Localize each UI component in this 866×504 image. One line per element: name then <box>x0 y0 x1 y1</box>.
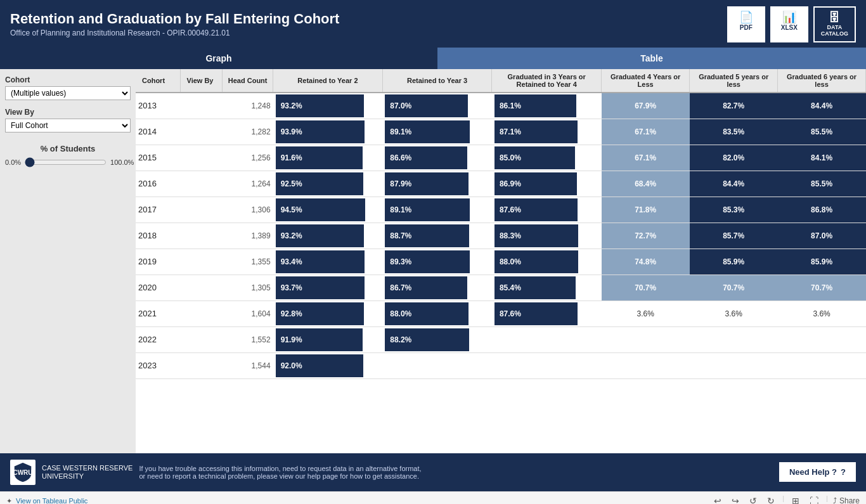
cell-g4 <box>602 326 690 352</box>
table-row: 20201,30593.7%86.7%85.4%70.7%70.7%70.7% <box>136 275 866 300</box>
layout-button[interactable]: ⊞ <box>789 494 802 504</box>
table-row: 20221,55291.9%88.2% <box>136 326 866 352</box>
cell-g6: 84.1% <box>778 145 866 171</box>
cell-g3r4: 85.0% <box>492 145 602 171</box>
cohort-label: Cohort <box>5 75 131 84</box>
tableau-link[interactable]: View on Tableau Public <box>16 497 87 504</box>
cell-viewby <box>180 326 223 352</box>
cell-g4: 3.6% <box>602 300 690 326</box>
cell-g6: 70.7% <box>778 275 866 300</box>
university-name: CASE WESTERN RESERVE UNIVERSITY <box>42 464 132 481</box>
cell-year: 2017 <box>136 197 180 223</box>
xlsx-download-button[interactable]: 📊 XLSX <box>770 6 808 42</box>
col-header-cohort: Cohort <box>136 69 180 93</box>
pct-slider[interactable] <box>25 157 107 167</box>
cell-viewby <box>180 275 223 300</box>
cell-r3: 87.0% <box>382 93 492 119</box>
cell-headcount: 1,282 <box>223 119 273 145</box>
cohort-select[interactable]: (Multiple values) <box>5 86 131 100</box>
cell-year: 2019 <box>136 249 180 275</box>
cell-r2: 94.5% <box>273 197 383 223</box>
cell-headcount: 1,256 <box>223 145 273 171</box>
cell-r2: 93.2% <box>273 223 383 249</box>
cell-g6: 84.4% <box>778 93 866 119</box>
forward-button[interactable]: ↻ <box>765 494 777 504</box>
tableau-icon: ✦ <box>6 497 12 504</box>
header-actions: 📄 PDF 📊 XLSX 🗄 DATACATALOG <box>727 6 856 42</box>
table-row: 20231,54492.0% <box>136 352 866 378</box>
cell-g6: 87.0% <box>778 223 866 249</box>
cell-year: 2013 <box>136 93 180 119</box>
undo-button[interactable]: ↩ <box>711 494 724 504</box>
cell-r3: 87.9% <box>382 171 492 197</box>
cell-year: 2015 <box>136 145 180 171</box>
cell-r2: 92.0% <box>273 352 383 378</box>
back-button[interactable]: ↺ <box>747 494 759 504</box>
cell-g6: 85.9% <box>778 249 866 275</box>
cell-year: 2014 <box>136 119 180 145</box>
data-table-area: Cohort View By Head Count Retained to Ye… <box>136 69 866 453</box>
university-logo: CWRU <box>10 460 36 485</box>
page-subtitle: Office of Planning and Institutional Res… <box>10 29 339 37</box>
pct-max-label: 100.0% <box>110 158 134 166</box>
cell-headcount: 1,604 <box>223 300 273 326</box>
cell-year: 2020 <box>136 275 180 300</box>
cell-r2: 92.5% <box>273 171 383 197</box>
pct-students-section: % of Students 0.0% 100.0% <box>5 144 131 167</box>
cell-r3 <box>382 352 492 378</box>
cell-g5: 3.6% <box>690 300 778 326</box>
footer-help-text: If you have trouble accessing this infor… <box>139 465 421 480</box>
share-button[interactable]: ⤴ Share <box>833 494 860 504</box>
cell-viewby <box>180 223 223 249</box>
tab-table[interactable]: Table <box>437 48 866 69</box>
cell-headcount: 1,306 <box>223 197 273 223</box>
footer-left: CWRU CASE WESTERN RESERVE UNIVERSITY If … <box>10 460 422 485</box>
table-row: 20131,24893.2%87.0%86.1%67.9%82.7%84.4% <box>136 93 866 119</box>
table-row: 20211,60492.8%88.0%87.6%3.6%3.6%3.6% <box>136 300 866 326</box>
table-row: 20171,30694.5%89.1%87.6%71.8%85.3%86.8% <box>136 197 866 223</box>
fullscreen-button[interactable]: ⛶ <box>807 494 821 504</box>
cell-g3r4: 86.1% <box>492 93 602 119</box>
cell-g4: 70.7% <box>602 275 690 300</box>
cell-g5: 85.9% <box>690 249 778 275</box>
redo-button[interactable]: ↪ <box>729 494 742 504</box>
view-by-label: View By <box>5 108 131 117</box>
cell-year: 2022 <box>136 326 180 352</box>
cell-g5: 82.7% <box>690 93 778 119</box>
cell-headcount: 1,389 <box>223 223 273 249</box>
table-row: 20151,25691.6%86.6%85.0%67.1%82.0%84.1% <box>136 145 866 171</box>
cell-g5: 85.7% <box>690 223 778 249</box>
cell-viewby <box>180 197 223 223</box>
cell-r3: 88.2% <box>382 326 492 352</box>
cell-r3: 88.7% <box>382 223 492 249</box>
cell-g3r4 <box>492 352 602 378</box>
cell-r2: 92.8% <box>273 300 383 326</box>
cell-r3: 86.6% <box>382 145 492 171</box>
pct-students-label: % of Students <box>5 144 131 153</box>
data-catalog-button[interactable]: 🗄 DATACATALOG <box>813 6 856 42</box>
cell-g4: 68.4% <box>602 171 690 197</box>
shield-icon: CWRU <box>13 461 33 484</box>
cell-year: 2016 <box>136 171 180 197</box>
pdf-download-button[interactable]: 📄 PDF <box>727 6 765 42</box>
cell-g6: 85.5% <box>778 119 866 145</box>
cell-g3r4: 87.6% <box>492 197 602 223</box>
pdf-icon: 📄 <box>739 10 753 24</box>
share-icon: ⤴ <box>833 496 837 504</box>
need-help-button[interactable]: Need Help ? ? <box>779 462 856 482</box>
view-by-select[interactable]: Full Cohort <box>5 119 131 132</box>
col-header-g3r4: Graduated in 3 Years orRetained to Year … <box>492 69 602 93</box>
pct-slider-row: 0.0% 100.0% <box>5 157 131 167</box>
cell-headcount: 1,305 <box>223 275 273 300</box>
col-header-headcount: Head Count <box>223 69 273 93</box>
cell-g4: 67.1% <box>602 119 690 145</box>
cell-headcount: 1,248 <box>223 93 273 119</box>
cell-r3: 89.1% <box>382 119 492 145</box>
logo-shield: CWRU <box>10 460 36 485</box>
cell-g5 <box>690 326 778 352</box>
cell-g3r4: 87.6% <box>492 300 602 326</box>
page-title: Retention and Graduation by Fall Enterin… <box>10 11 339 27</box>
tab-graph[interactable]: Graph <box>0 48 437 69</box>
sidebar: Cohort (Multiple values) View By Full Co… <box>0 69 136 453</box>
svg-text:CWRU: CWRU <box>13 469 32 476</box>
